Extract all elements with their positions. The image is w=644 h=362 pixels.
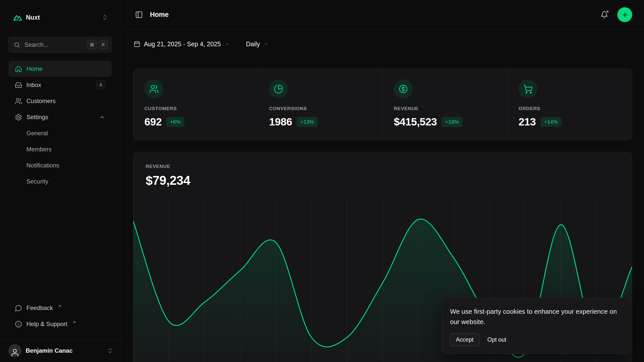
chevrons-up-down-icon bbox=[102, 14, 108, 21]
sidebar-item-security[interactable]: Security bbox=[8, 173, 112, 190]
stat-value: 1986 bbox=[269, 116, 292, 128]
chart-title: REVENUE bbox=[146, 164, 620, 169]
sidebar-item-general[interactable]: General bbox=[8, 125, 112, 141]
filters-toolbar: Aug 21, 2025 - Sep 4, 2025 Daily bbox=[120, 30, 644, 59]
inbox-icon bbox=[15, 81, 22, 89]
sidebar-item-inbox[interactable]: Inbox 4 bbox=[8, 77, 112, 93]
notification-dot bbox=[606, 10, 609, 13]
stat-label: ORDERS bbox=[518, 106, 540, 111]
sidebar-item-home[interactable]: Home bbox=[8, 61, 112, 77]
page-title: Home bbox=[150, 11, 169, 19]
stat-customers: CUSTOMERS 692 +6% bbox=[133, 69, 258, 140]
sidebar-item-label: Inbox bbox=[26, 81, 41, 88]
date-range-picker[interactable]: Aug 21, 2025 - Sep 4, 2025 bbox=[134, 40, 230, 48]
help-support-link[interactable]: Help & Support bbox=[8, 316, 112, 332]
team-switcher[interactable]: Nuxt bbox=[8, 9, 112, 26]
search-box[interactable]: ⌘ K bbox=[8, 37, 112, 53]
stat-label: REVENUE bbox=[394, 106, 419, 111]
sidebar-item-label: Settings bbox=[26, 114, 48, 121]
stats-summary: CUSTOMERS 692 +6% CONVERSIONS 1986 +13% bbox=[133, 69, 632, 140]
stat-delta-badge: +13% bbox=[297, 117, 318, 127]
stat-orders: ORDERS 213 +14% bbox=[507, 69, 632, 140]
sidebar-nav: Home Inbox 4 Customers bbox=[8, 61, 112, 190]
users-icon bbox=[144, 79, 163, 98]
stat-delta-badge: +14% bbox=[540, 117, 561, 127]
stat-delta-badge: +18% bbox=[441, 117, 463, 127]
sidebar-footer: Feedback Help & Support bbox=[8, 300, 112, 339]
feedback-label: Feedback bbox=[26, 304, 53, 311]
chevron-up-icon bbox=[99, 114, 105, 120]
cookie-message: We use first-party cookies to enhance yo… bbox=[450, 306, 624, 327]
gear-icon bbox=[15, 114, 22, 121]
granularity-label: Daily bbox=[246, 40, 260, 48]
calendar-icon bbox=[134, 41, 140, 48]
kbd-k: K bbox=[99, 40, 108, 49]
stat-label: CUSTOMERS bbox=[144, 106, 177, 111]
chat-bubble-icon bbox=[15, 304, 22, 312]
feedback-link[interactable]: Feedback bbox=[8, 300, 112, 316]
new-item-button[interactable] bbox=[617, 7, 632, 22]
sidebar: Nuxt ⌘ K bbox=[0, 0, 120, 362]
opt-out-button[interactable]: Opt out bbox=[486, 334, 507, 346]
stat-value: 213 bbox=[518, 116, 536, 128]
home-icon bbox=[15, 65, 22, 73]
dollar-circle-icon bbox=[394, 79, 413, 98]
sidebar-subitem-label: Members bbox=[26, 146, 52, 153]
avatar bbox=[8, 344, 21, 357]
chart-total-value: $79,234 bbox=[146, 173, 620, 188]
search-input[interactable] bbox=[24, 41, 83, 48]
cookie-banner: We use first-party cookies to enhance yo… bbox=[441, 298, 632, 354]
stat-value: 692 bbox=[144, 116, 162, 128]
stat-delta-badge: +6% bbox=[166, 117, 185, 127]
info-circle-icon bbox=[15, 321, 22, 328]
plus-icon bbox=[621, 11, 628, 18]
external-link-icon bbox=[72, 320, 76, 324]
stat-conversions: CONVERSIONS 1986 +13% bbox=[258, 69, 383, 140]
panel-left-icon bbox=[135, 11, 143, 19]
sidebar-item-notifications[interactable]: Notifications bbox=[8, 157, 112, 173]
pie-chart-icon bbox=[269, 79, 288, 98]
brand-name: Nuxt bbox=[26, 14, 40, 21]
user-menu[interactable]: Benjamin Canac bbox=[0, 339, 120, 362]
sidebar-subitem-label: General bbox=[26, 130, 48, 137]
chevron-down-icon bbox=[263, 41, 269, 47]
page-header: Home bbox=[120, 0, 644, 30]
notifications-button[interactable] bbox=[599, 9, 610, 20]
stat-revenue: REVENUE $415,523 +18% bbox=[383, 69, 507, 140]
inbox-count-badge: 4 bbox=[96, 80, 105, 89]
granularity-select[interactable]: Daily bbox=[246, 40, 269, 48]
sidebar-item-label: Home bbox=[26, 65, 43, 72]
kbd-cmd: ⌘ bbox=[87, 40, 97, 49]
user-name: Benjamin Canac bbox=[26, 347, 73, 354]
chevron-down-icon bbox=[224, 41, 230, 47]
sidebar-item-label: Customers bbox=[26, 98, 56, 105]
help-support-label: Help & Support bbox=[26, 321, 67, 328]
sidebar-subitem-label: Notifications bbox=[26, 162, 59, 169]
stat-label: CONVERSIONS bbox=[269, 106, 307, 111]
external-link-icon bbox=[58, 304, 62, 308]
sidebar-toggle-button[interactable] bbox=[134, 9, 144, 20]
accept-button[interactable]: Accept bbox=[450, 333, 479, 346]
sidebar-subitem-label: Security bbox=[26, 178, 48, 185]
search-icon bbox=[14, 41, 20, 48]
stat-value: $415,523 bbox=[394, 116, 437, 128]
sidebar-item-customers[interactable]: Customers bbox=[8, 93, 112, 109]
chevrons-up-down-icon bbox=[107, 347, 113, 354]
app-root: Nuxt ⌘ K bbox=[0, 0, 644, 362]
nuxt-logo-icon bbox=[13, 14, 22, 21]
users-icon bbox=[15, 98, 22, 105]
sidebar-item-settings[interactable]: Settings bbox=[8, 109, 112, 125]
sidebar-item-members[interactable]: Members bbox=[8, 141, 112, 157]
date-range-label: Aug 21, 2025 - Sep 4, 2025 bbox=[144, 40, 221, 48]
cart-icon bbox=[518, 79, 537, 98]
